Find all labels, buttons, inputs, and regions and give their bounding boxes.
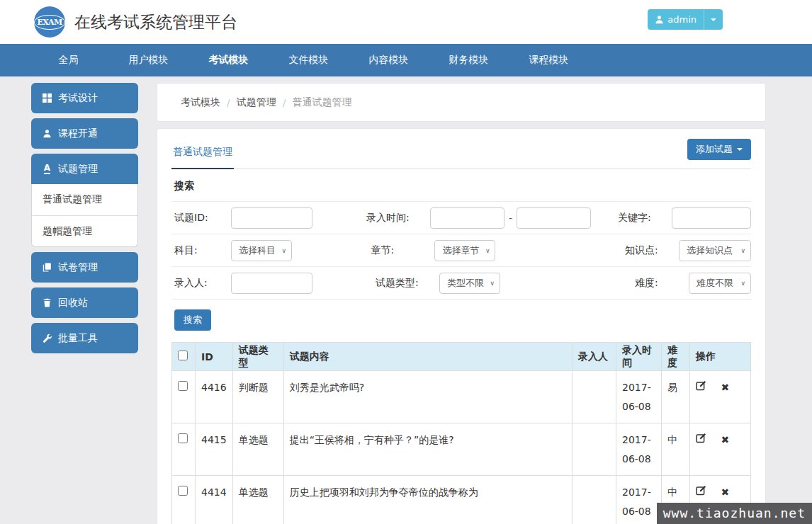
col-header-content: 试题内容: [283, 343, 572, 371]
keyword-input[interactable]: [672, 207, 751, 229]
breadcrumb-separator: /: [220, 97, 237, 108]
select-all-checkbox[interactable]: [178, 351, 188, 360]
edit-icon[interactable]: [696, 433, 706, 443]
sidebar-group: 试卷管理: [31, 252, 138, 283]
knowledge-label: 知识点:: [625, 244, 679, 257]
row-checkbox[interactable]: [178, 486, 188, 496]
trash-icon: [42, 298, 52, 307]
app-header: EXAM 在线考试系统管理平台 admin: [0, 0, 812, 44]
chevron-down-icon: ∨: [281, 247, 286, 254]
question-type-label: 试题类型:: [376, 277, 439, 290]
breadcrumb-separator: /: [276, 97, 293, 108]
cell-entry-time: 2017-06-08: [616, 371, 662, 423]
nav-item[interactable]: 内容模块: [349, 44, 429, 76]
sidebar-submenu-item[interactable]: 普通试题管理: [32, 184, 137, 215]
edit-icon[interactable]: [696, 380, 706, 391]
grid-icon: [42, 93, 52, 103]
cell-id: 4416: [196, 371, 233, 423]
delete-icon[interactable]: ✖: [721, 431, 729, 450]
table-header-row: ID 试题类型 试题内容 录入人 录入时间 难度 操作: [172, 343, 751, 371]
sidebar-group: A试题管理普通试题管理题帽题管理: [31, 154, 138, 247]
question-id-input[interactable]: [231, 207, 312, 229]
nav-item[interactable]: 财务模块: [429, 44, 509, 76]
tab-common-question-mgmt[interactable]: 普通试题管理: [171, 146, 234, 169]
cell-entry-person: [573, 476, 616, 524]
add-question-label: 添加试题: [696, 143, 733, 156]
question-type-select[interactable]: 类型不限 ∨: [439, 273, 500, 294]
breadcrumb-current: 普通试题管理: [292, 96, 351, 109]
sidebar-item[interactable]: 批量工具: [31, 323, 138, 353]
sidebar-item[interactable]: 回收站: [31, 287, 138, 318]
col-header-entry-person: 录入人: [573, 343, 616, 371]
table-row: 4416 判断题 刘秀是光武帝吗? 2017-06-08 易 ✖: [172, 371, 751, 423]
knowledge-select[interactable]: 选择知识点 ∨: [679, 240, 751, 261]
user-menu-button[interactable]: admin: [648, 9, 723, 30]
cell-difficulty: 中: [662, 423, 690, 476]
col-header-operations: 操作: [690, 343, 751, 371]
chapter-select[interactable]: 选择章节 ∨: [434, 240, 495, 261]
cell-entry-person: [573, 371, 616, 423]
sidebar-submenu: 普通试题管理题帽题管理: [31, 184, 138, 247]
nav-item[interactable]: 全局: [28, 44, 108, 76]
page: EXAM 在线考试系统管理平台 admin 全局用户模块考试模块文件模块内容模块…: [0, 0, 812, 524]
search-form-row-1: 试题ID: 录入时间: - 关键字:: [171, 202, 751, 234]
entry-person-input[interactable]: [231, 273, 312, 294]
user-menu-caret[interactable]: [704, 9, 723, 30]
question-mgmt-panel: 普通试题管理 添加试题 搜索 试题ID: 录入时间: -: [157, 128, 766, 524]
nav-item[interactable]: 文件模块: [269, 44, 349, 76]
table-row: 4415 单选题 提出“王侯将相，宁有种乎？”的是谁? 2017-06-08 中…: [172, 423, 751, 476]
sidebar-group: 批量工具: [31, 323, 138, 353]
breadcrumb-link[interactable]: 试题管理: [237, 96, 276, 109]
cell-id: 4415: [196, 423, 233, 476]
nav-item[interactable]: 用户模块: [108, 44, 188, 76]
breadcrumb-link[interactable]: 考试模块: [181, 96, 220, 109]
logo-text: EXAM: [34, 15, 64, 30]
sidebar-submenu-item[interactable]: 题帽题管理: [32, 215, 137, 246]
chevron-down-icon: ∨: [490, 280, 495, 287]
search-button[interactable]: 搜索: [174, 309, 211, 331]
row-checkbox[interactable]: [178, 433, 188, 443]
sidebar-item[interactable]: 考试设计: [31, 83, 138, 113]
sidebar-item-label: 课程开通: [58, 127, 98, 140]
user-icon: [655, 15, 664, 24]
nav-item[interactable]: 课程模块: [509, 44, 589, 76]
col-header-difficulty: 难度: [662, 343, 690, 371]
main-column: 考试模块/试题管理/普通试题管理 普通试题管理 添加试题 搜索 试题ID:: [157, 83, 766, 524]
sidebar-item[interactable]: A试题管理: [31, 154, 138, 184]
user-name: admin: [667, 14, 697, 25]
sidebar-item-label: 考试设计: [58, 92, 98, 105]
difficulty-select-value: 难度不限: [697, 277, 733, 290]
search-section-title: 搜索: [171, 169, 751, 202]
keyword-label: 关键字:: [618, 212, 672, 224]
delete-icon[interactable]: ✖: [721, 378, 729, 397]
edit-icon[interactable]: [696, 485, 706, 496]
sidebar-item-label: 试卷管理: [58, 261, 98, 274]
sidebar-item[interactable]: 课程开通: [31, 118, 138, 149]
tab-bar: 普通试题管理 添加试题: [171, 129, 751, 169]
cell-type: 单选题: [232, 423, 283, 476]
user-icon: [42, 129, 52, 138]
sidebar-item[interactable]: 试卷管理: [31, 252, 138, 283]
subject-select-value: 选择科目: [239, 244, 276, 257]
top-nav: 全局用户模块考试模块文件模块内容模块财务模块课程模块: [0, 44, 812, 76]
cell-difficulty: 易: [662, 371, 690, 423]
add-question-button[interactable]: 添加试题: [687, 139, 751, 160]
sidebar-item-label: 试题管理: [58, 163, 98, 176]
cell-content: 历史上把项羽和刘邦为争夺帝位的战争称为: [283, 476, 572, 524]
row-checkbox[interactable]: [178, 381, 188, 391]
nav-item[interactable]: 考试模块: [188, 44, 269, 76]
app-logo: EXAM: [34, 6, 65, 38]
difficulty-select[interactable]: 难度不限 ∨: [689, 273, 751, 294]
chevron-down-icon: [711, 18, 716, 21]
search-form-row-3: 录入人: 试题类型: 类型不限 ∨ 难度: 难度不限: [171, 267, 751, 300]
chapter-select-value: 选择章节: [442, 244, 479, 257]
cell-content: 刘秀是光武帝吗?: [283, 371, 572, 423]
cell-entry-time: 2017-06-08: [616, 423, 662, 476]
watermark: www.tiaozhuan.net: [657, 503, 812, 524]
entry-time-start-input[interactable]: [430, 207, 504, 229]
subject-select[interactable]: 选择科目 ∨: [231, 240, 292, 261]
font-icon: A: [42, 164, 52, 174]
delete-icon[interactable]: ✖: [721, 483, 729, 502]
entry-time-separator: -: [509, 212, 512, 224]
entry-time-end-input[interactable]: [517, 207, 591, 229]
